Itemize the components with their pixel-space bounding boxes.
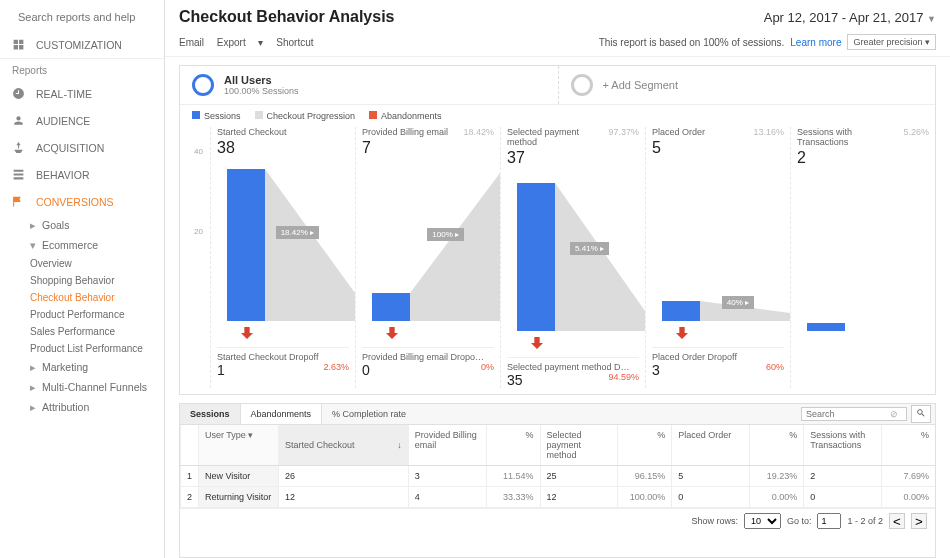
search-row (0, 6, 164, 31)
chevron-down-icon: ▼ (927, 14, 936, 24)
col-billing[interactable]: Provided Billing email (408, 425, 486, 465)
col-placed[interactable]: Placed Order (671, 425, 749, 465)
legend-sessions: Sessions (192, 111, 241, 121)
col-usertype[interactable]: User Type ▾ (198, 425, 278, 465)
col-started[interactable]: Started Checkout↓ (278, 425, 408, 465)
table-header: User Type ▾ Started Checkout↓ Provided B… (180, 425, 935, 466)
tab-completion[interactable]: % Completion rate (322, 404, 416, 424)
segment-circle-icon (192, 74, 214, 96)
funnel-panel: All Users100.00% Sessions + Add Segment … (179, 65, 936, 395)
table-row[interactable]: 2 Returning Visitor 12 4 33.33% 12 100.0… (180, 487, 935, 508)
sort-arrow-icon: ↓ (397, 440, 402, 450)
sidebar: CUSTOMIZATION Reports REAL-TIME AUDIENCE… (0, 0, 165, 558)
clear-icon[interactable]: ⊘ (890, 409, 898, 419)
search-input[interactable] (18, 11, 156, 23)
funnel-step[interactable]: Selected payment method97.37% 37 5.41% ▸… (500, 127, 645, 388)
goto-input[interactable] (817, 513, 841, 529)
funnel-step[interactable]: Provided Billing email18.42% 7 100% ▸ Pr… (355, 127, 500, 388)
nav-audience[interactable]: AUDIENCE (0, 107, 164, 134)
content: Checkout Behavior Analysis Apr 12, 2017 … (165, 0, 950, 558)
col-payment[interactable]: Selected payment method (540, 425, 618, 465)
table-panel: Sessions Abandonments % Completion rate … (179, 403, 936, 558)
rows-select[interactable]: 10 (744, 513, 781, 529)
legend-abandonments: Abandonments (369, 111, 442, 121)
nav-conversions[interactable]: CONVERSIONS (0, 188, 164, 215)
svg-marker-2 (555, 183, 645, 331)
sampling-text: This report is based on 100% of sessions… (599, 37, 785, 48)
table-search-input[interactable] (806, 409, 886, 419)
funnel-step[interactable]: Started Checkout 38 18.42% ▸ Started Che… (210, 127, 355, 388)
funnel-bar (517, 183, 555, 331)
svg-marker-1 (410, 173, 500, 321)
learn-more-link[interactable]: Learn more (790, 37, 841, 48)
nav-ecommerce[interactable]: ▾Ecommerce (0, 235, 164, 255)
legend-progression: Checkout Progression (255, 111, 356, 121)
precision-dropdown[interactable]: Greater precision ▾ (847, 34, 936, 50)
search-icon (916, 408, 926, 418)
nav-marketing[interactable]: ▸Marketing (0, 357, 164, 377)
funnel-bar (372, 293, 410, 321)
funnel-bar (662, 301, 700, 321)
nav-checkout[interactable]: Checkout Behavior (0, 289, 164, 306)
nav-behavior[interactable]: BEHAVIOR (0, 161, 164, 188)
nav-overview[interactable]: Overview (0, 255, 164, 272)
reports-header: Reports (0, 58, 164, 80)
nav-sales-perf[interactable]: Sales Performance (0, 323, 164, 340)
nav-mcf[interactable]: ▸Multi-Channel Funnels (0, 377, 164, 397)
nav-customization[interactable]: CUSTOMIZATION (0, 31, 164, 58)
nav-shopping[interactable]: Shopping Behavior (0, 272, 164, 289)
add-segment[interactable]: + Add Segment (558, 66, 936, 104)
nav-realtime[interactable]: REAL-TIME (0, 80, 164, 107)
segment-all-users[interactable]: All Users100.00% Sessions (180, 66, 558, 104)
table-row[interactable]: 1 New Visitor 26 3 11.54% 25 96.15% 5 19… (180, 466, 935, 487)
nav-acquisition[interactable]: ACQUISITION (0, 134, 164, 161)
tab-sessions[interactable]: Sessions (180, 404, 241, 424)
funnel-chart: 4020 Started Checkout 38 18.42% ▸ Starte… (180, 127, 935, 394)
funnel-step[interactable]: Placed Order13.16% 5 40% ▸ Placed Order … (645, 127, 790, 388)
search-button[interactable] (911, 405, 931, 423)
dropoff-arrow-icon (384, 325, 400, 341)
funnel-step[interactable]: Sessions with Transactions5.26% 2 (790, 127, 935, 388)
table-search: ⊘ (801, 407, 907, 421)
chart-legend: Sessions Checkout Progression Abandonmen… (180, 105, 935, 127)
nav-attribution[interactable]: ▸Attribution (0, 397, 164, 417)
page-title: Checkout Behavior Analysis (179, 8, 394, 26)
shortcut-link[interactable]: Shortcut (276, 37, 313, 48)
svg-marker-0 (265, 169, 355, 321)
date-range-picker[interactable]: Apr 12, 2017 - Apr 21, 2017 ▼ (764, 10, 936, 25)
dropoff-arrow-icon (674, 325, 690, 341)
prev-button[interactable]: < (889, 513, 905, 529)
funnel-bar (807, 323, 845, 331)
next-button[interactable]: > (911, 513, 927, 529)
nav-product-list[interactable]: Product List Performance (0, 340, 164, 357)
dropoff-arrow-icon (529, 335, 545, 351)
nav-goals[interactable]: ▸Goals (0, 215, 164, 235)
table-pager: Show rows: 10 Go to: 1 - 2 of 2 < > (180, 508, 935, 533)
export-link[interactable]: Export ▾ (217, 37, 264, 48)
add-segment-circle-icon (571, 74, 593, 96)
dropoff-arrow-icon (239, 325, 255, 341)
nav-product-perf[interactable]: Product Performance (0, 306, 164, 323)
toolbar-left: Email Export ▾ Shortcut (179, 37, 324, 48)
email-link[interactable]: Email (179, 37, 204, 48)
col-transactions[interactable]: Sessions with Transactions (803, 425, 881, 465)
tab-abandonments[interactable]: Abandonments (241, 404, 323, 424)
funnel-bar (227, 169, 265, 321)
